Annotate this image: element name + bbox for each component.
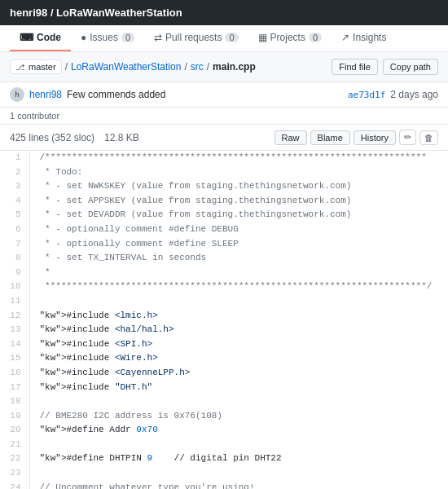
table-row: 4 * - set APPSKEY (value from staging.th… [0,194,448,209]
line-number[interactable]: 20 [0,423,29,438]
line-number[interactable]: 5 [0,208,29,222]
sub-navigation: ⌨ Code ● Issues 0 ⇄ Pull requests 0 ▦ Pr… [0,25,448,52]
line-content: * Todo: [29,165,448,180]
commit-message: Few commends added [67,89,165,100]
line-number[interactable]: 7 [0,237,29,252]
code-icon: ⌨ [20,32,33,43]
table-row: 15"kw">#include <Wire.h> [0,351,448,366]
file-size: 12.8 KB [104,132,139,143]
table-row: 3 * - set NWKSKEY (value from staging.th… [0,179,448,194]
code-table: 1/**************************************… [0,151,448,489]
table-row: 1/**************************************… [0,151,448,165]
contributor-count: 1 contributor [10,111,59,121]
file-line-count: 425 lines (352 sloc) [10,132,94,143]
contributor-bar: 1 contributor [0,108,448,125]
commit-bar: h henri98 Few commends added ae73d1f 2 d… [0,82,448,108]
line-content: * - set DEVADDR (value from staging.thet… [29,208,448,222]
table-row: 16"kw">#include <CayenneLPP.h> [0,366,448,381]
line-number[interactable]: 10 [0,280,29,294]
line-number[interactable]: 14 [0,337,29,352]
line-content: // BME280 I2C address is 0x76(108) [29,409,448,424]
tab-code[interactable]: ⌨ Code [10,25,71,51]
line-content: * - set APPSKEY (value from staging.thet… [29,194,448,209]
line-number[interactable]: 24 [0,481,29,489]
table-row: 6 * - optionally comment #define DEBUG [0,222,448,237]
line-content: // Uncomment whatever type you're using! [29,481,448,489]
table-row: 19// BME280 I2C address is 0x76(108) [0,409,448,424]
file-view-actions: Raw Blame History ✏ 🗑 [275,130,438,145]
commit-sha-link[interactable]: ae73d1f [348,90,385,100]
breadcrumb-src-link[interactable]: src [191,61,204,73]
line-content: "kw">#include <SPI.h> [29,337,448,352]
insights-icon: ↗ [341,32,349,43]
repo-link[interactable]: LoRaWanWeatherStation [56,7,182,19]
line-content: "kw">#include <CayenneLPP.h> [29,366,448,381]
delete-icon[interactable]: 🗑 [419,130,438,145]
repo-path: henri98 / LoRaWanWeatherStation [10,7,182,19]
tab-projects[interactable]: ▦ Projects 0 [248,25,332,51]
blame-button[interactable]: Blame [310,130,350,145]
line-content: "kw">#define DHTPIN 9 // digital pin DHT… [29,452,448,466]
line-content: /***************************************… [29,151,448,165]
edit-icon[interactable]: ✏ [399,130,416,145]
line-number[interactable]: 22 [0,452,29,466]
line-content [29,438,448,452]
line-number[interactable]: 18 [0,394,29,409]
line-number[interactable]: 21 [0,438,29,452]
breadcrumb-repo-link[interactable]: LoRaWanWeatherStation [71,61,181,73]
line-number[interactable]: 3 [0,179,29,194]
line-number[interactable]: 4 [0,194,29,209]
tab-issues[interactable]: ● Issues 0 [71,25,144,51]
raw-button[interactable]: Raw [275,130,307,145]
line-number[interactable]: 17 [0,381,29,395]
history-button[interactable]: History [354,130,396,145]
line-number[interactable]: 8 [0,251,29,266]
commit-author-link[interactable]: henri98 [29,89,62,100]
line-content: * - optionally comment #define SLEEP [29,237,448,252]
project-icon: ▦ [258,32,267,43]
table-row: 20"kw">#define Addr 0x70 [0,423,448,438]
table-row: 13"kw">#include <hal/hal.h> [0,323,448,337]
line-number[interactable]: 6 [0,222,29,237]
line-number[interactable]: 1 [0,151,29,165]
branch-selector[interactable]: master [10,59,62,74]
table-row: 12"kw">#include <lmic.h> [0,309,448,324]
line-number[interactable]: 12 [0,309,29,324]
line-number[interactable]: 9 [0,266,29,280]
line-content: * - set NWKSKEY (value from staging.thet… [29,179,448,194]
line-content: * - set TX_INTERVAL in seconds [29,251,448,266]
pr-icon: ⇄ [154,32,162,43]
line-number[interactable]: 23 [0,466,29,481]
table-row: 5 * - set DEVADDR (value from staging.th… [0,208,448,222]
breadcrumb: master / LoRaWanWeatherStation / src / m… [10,59,256,74]
table-row: 9 * [0,266,448,280]
top-navigation: henri98 / LoRaWanWeatherStation [0,0,448,25]
breadcrumb-bar: master / LoRaWanWeatherStation / src / m… [0,52,448,82]
table-row: 18 [0,394,448,409]
line-content [29,294,448,309]
table-row: 10 *************************************… [0,280,448,294]
table-row: 7 * - optionally comment #define SLEEP [0,237,448,252]
user-link[interactable]: henri98 [10,7,47,19]
line-number[interactable]: 16 [0,366,29,381]
copy-path-button[interactable]: Copy path [383,59,438,75]
tab-insights[interactable]: ↗ Insights [332,25,396,51]
line-content: "kw">#define Addr 0x70 [29,423,448,438]
line-number[interactable]: 2 [0,165,29,180]
issue-icon: ● [81,32,86,43]
table-row: 24// Uncomment whatever type you're usin… [0,481,448,489]
line-number[interactable]: 15 [0,351,29,366]
breadcrumb-file: main.cpp [213,61,256,73]
tab-pull-requests[interactable]: ⇄ Pull requests 0 [144,25,248,51]
line-number[interactable]: 19 [0,409,29,424]
table-row: 14"kw">#include <SPI.h> [0,337,448,352]
line-content: "kw">#include <lmic.h> [29,309,448,324]
line-content [29,466,448,481]
line-content: * - optionally comment #define DEBUG [29,222,448,237]
find-file-button[interactable]: Find file [332,59,378,75]
line-content: ****************************************… [29,280,448,294]
file-meta-info: 425 lines (352 sloc) 12.8 KB [10,132,139,143]
line-number[interactable]: 13 [0,323,29,337]
line-content: "kw">#include "DHT.h" [29,381,448,395]
line-number[interactable]: 11 [0,294,29,309]
